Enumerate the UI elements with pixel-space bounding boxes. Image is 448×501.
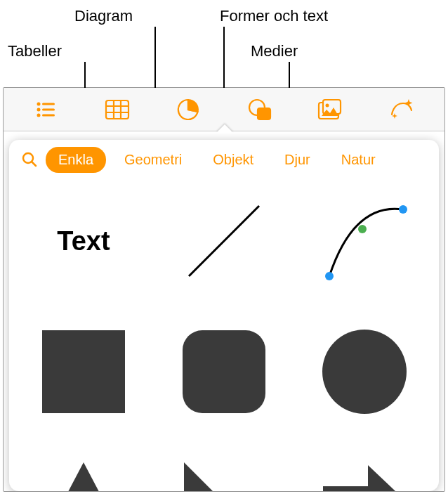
svg-line-18 — [189, 206, 259, 276]
callout-label-chart: Diagram — [74, 7, 133, 25]
list-icon — [35, 98, 58, 121]
shape-line[interactable] — [168, 192, 280, 290]
tab-objects[interactable]: Objekt — [200, 147, 266, 173]
list-button[interactable] — [31, 94, 62, 125]
effect-button[interactable] — [386, 94, 417, 125]
shape-curve[interactable] — [308, 192, 421, 290]
svg-rect-23 — [183, 330, 265, 413]
search-icon — [21, 151, 38, 168]
tab-simple[interactable]: Enkla — [46, 147, 106, 173]
effect-icon — [389, 98, 414, 122]
chart-icon — [176, 98, 200, 122]
popover-arrow — [216, 124, 233, 133]
line-icon — [178, 195, 270, 287]
circle-icon — [319, 326, 410, 417]
svg-rect-5 — [42, 114, 55, 116]
shape-text-label: Text — [57, 226, 110, 256]
curve-icon — [319, 195, 410, 287]
svg-point-2 — [37, 108, 40, 111]
popover-wrapper: Enkla Geometri Objekt Djur Natur Text — [4, 131, 444, 491]
svg-line-17 — [32, 162, 36, 166]
svg-marker-25 — [41, 462, 126, 491]
triangle-icon — [38, 457, 129, 491]
search-button[interactable] — [19, 151, 40, 168]
svg-point-0 — [37, 102, 40, 105]
shape-triangle[interactable] — [27, 453, 140, 491]
svg-point-19 — [325, 272, 334, 280]
shape-arrow-right[interactable] — [308, 453, 421, 491]
shapes-popover: Enkla Geometri Objekt Djur Natur Text — [9, 140, 439, 491]
svg-point-21 — [358, 225, 367, 233]
svg-point-24 — [322, 330, 407, 414]
rounded-square-icon — [178, 326, 270, 417]
app-container: Enkla Geometri Objekt Djur Natur Text — [3, 87, 445, 492]
svg-rect-22 — [42, 330, 125, 413]
svg-rect-3 — [42, 108, 55, 110]
shape-text[interactable]: Text — [27, 192, 140, 290]
tab-nature[interactable]: Natur — [329, 147, 388, 173]
right-triangle-icon — [178, 457, 270, 491]
shape-rounded-square[interactable] — [168, 323, 280, 421]
table-icon — [105, 99, 130, 120]
callout-label-shapes-text: Former och text — [220, 7, 328, 25]
media-icon — [317, 98, 344, 122]
arrow-right-icon — [319, 457, 410, 491]
svg-rect-6 — [106, 100, 129, 119]
popover-tabs: Enkla Geometri Objekt Djur Natur — [9, 140, 439, 179]
shapes-grid: Text — [9, 179, 439, 491]
shape-right-triangle[interactable] — [168, 453, 280, 491]
shape-square[interactable] — [27, 323, 140, 421]
media-button[interactable] — [315, 94, 346, 125]
square-icon — [38, 326, 129, 417]
callout-area: Diagram Former och text Tabeller Medier — [0, 0, 448, 84]
svg-point-20 — [399, 205, 407, 214]
chart-button[interactable] — [173, 94, 204, 125]
callout-label-tables: Tabeller — [8, 42, 62, 60]
svg-rect-13 — [258, 108, 270, 119]
shape-icon — [247, 98, 272, 122]
svg-point-4 — [37, 113, 40, 117]
shape-button[interactable] — [244, 94, 275, 125]
callout-label-media: Medier — [251, 42, 298, 60]
shape-circle[interactable] — [308, 323, 421, 421]
svg-point-15 — [325, 103, 329, 107]
svg-rect-1 — [42, 103, 55, 105]
tab-geometry[interactable]: Geometri — [112, 147, 195, 173]
svg-marker-26 — [184, 462, 264, 491]
tab-animals[interactable]: Djur — [272, 147, 323, 173]
svg-marker-27 — [323, 465, 407, 491]
table-button[interactable] — [102, 94, 133, 125]
